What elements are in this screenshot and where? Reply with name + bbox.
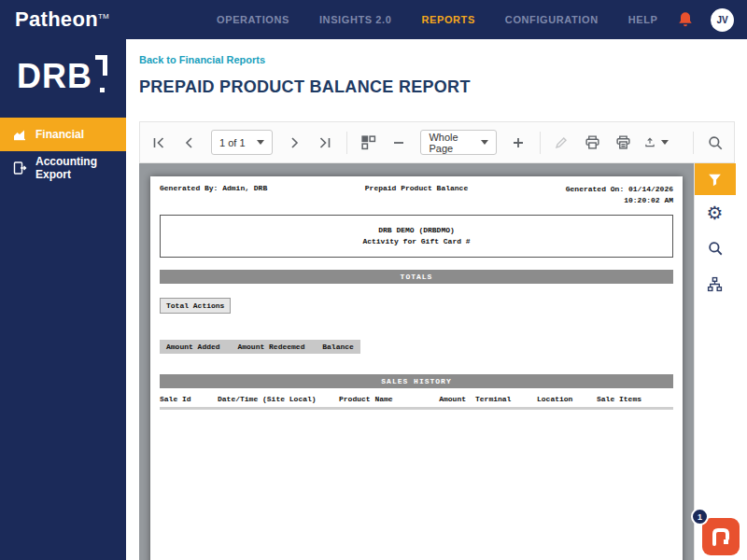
print-button[interactable] [583, 131, 601, 155]
top-nav: OPERATIONS INSIGHTS 2.0 REPORTS CONFIGUR… [217, 14, 657, 25]
drb-logo-text: DRB [17, 57, 92, 95]
zoom-out-button[interactable] [389, 131, 408, 155]
nav-configuration[interactable]: CONFIGURATION [505, 14, 599, 25]
main-content: Back to Financial Reports PREPAID PRODUC… [126, 39, 747, 560]
generated-on-date: Generated On: 01/14/2026 [566, 185, 673, 193]
drb-logo-bracket [95, 55, 107, 76]
last-page-button[interactable] [316, 131, 334, 155]
viewer-body: Generated By: Admin, DRB Prepaid Product… [139, 163, 735, 560]
toolbar-separator [540, 132, 541, 154]
activity-line: Activity for Gift Card # [161, 237, 672, 245]
nav-help[interactable]: HELP [628, 14, 658, 25]
chevron-down-icon [481, 140, 488, 145]
filter-icon [707, 172, 723, 188]
report-account-box: DRB DEMO (DRBDMO) Activity for Gift Card… [160, 215, 673, 258]
nav-operations[interactable]: OPERATIONS [217, 14, 289, 25]
col-amount-redeemed: Amount Redeemed [237, 343, 304, 351]
toolbar-separator [346, 132, 347, 154]
gear-icon: ⚙ [707, 203, 724, 222]
sales-column-headers: Sale Id Date/Time (Site Local) Product N… [160, 395, 673, 410]
nav-reports[interactable]: REPORTS [421, 14, 474, 25]
report-name: Prepaid Product Balance [331, 184, 501, 206]
sitemap-icon [707, 276, 723, 292]
zoom-in-button[interactable] [509, 131, 528, 155]
top-bar: PatheonTM OPERATIONS INSIGHTS 2.0 REPORT… [0, 0, 747, 39]
zoom-level-select[interactable]: Whole Page [420, 130, 496, 155]
export-button[interactable] [644, 131, 669, 155]
col-location: Location [537, 395, 597, 403]
export-doc-icon [12, 161, 27, 175]
sidebar-item-financial[interactable]: Financial [0, 118, 126, 151]
viewer-toolbar: 1 of 1 Whole Page [139, 121, 735, 163]
previous-page-button[interactable] [180, 131, 199, 155]
search-button[interactable] [706, 131, 725, 155]
trademark: TM [98, 12, 109, 21]
page-number-select[interactable]: 1 of 1 [211, 130, 273, 155]
nav-insights[interactable]: INSIGHTS 2.0 [319, 14, 392, 25]
patheon-logo: PatheonTM [0, 7, 109, 32]
col-terminal: Terminal [475, 395, 537, 403]
sales-history-section-header: SALES HISTORY [160, 374, 673, 388]
page-number-value: 1 of 1 [219, 137, 246, 148]
notification-bell-icon[interactable] [675, 9, 696, 30]
print-page-button[interactable] [613, 131, 632, 155]
drb-mark-icon [709, 525, 733, 549]
report-viewer: 1 of 1 Whole Page [139, 121, 735, 560]
report-page: Generated By: Admin, DRB Prepaid Product… [150, 176, 683, 560]
first-page-button[interactable] [149, 131, 168, 155]
totals-column-headers: Amount Added Amount Redeemed Balance [160, 340, 360, 354]
col-product-name: Product Name [339, 395, 414, 403]
filter-button[interactable] [695, 163, 736, 195]
toolbar-separator [693, 132, 694, 154]
sidebar-item-label: Financial [35, 128, 84, 141]
zoom-level-value: Whole Page [429, 132, 474, 154]
viewer-side-tools: ⚙ [694, 163, 735, 560]
drb-logo-dot [100, 88, 105, 92]
chat-notification-badge[interactable]: 1 [691, 508, 709, 525]
generated-on: Generated On: 01/14/2026 10:20:02 AM [502, 184, 673, 206]
search-icon [707, 240, 724, 257]
edit-button [552, 131, 571, 155]
col-sale-id: Sale Id [160, 395, 218, 403]
drb-chat-launcher[interactable] [702, 518, 740, 555]
chart-icon [12, 127, 27, 142]
drb-logo: DRB [17, 60, 92, 93]
report-header: Generated By: Admin, DRB Prepaid Product… [160, 184, 673, 206]
chevron-down-icon [661, 140, 669, 145]
multipage-view-button[interactable] [359, 131, 377, 155]
document-map-button[interactable] [695, 266, 736, 301]
report-canvas: Generated By: Admin, DRB Prepaid Product… [139, 163, 694, 560]
user-avatar[interactable]: JV [711, 8, 734, 32]
col-amount: Amount [414, 395, 475, 403]
chevron-down-icon [257, 140, 264, 145]
col-datetime: Date/Time (Site Local) [218, 395, 339, 403]
generated-by: Generated By: Admin, DRB [160, 184, 331, 206]
sidebar-item-label: Accounting Export [35, 155, 126, 181]
document-search-button[interactable] [695, 231, 736, 266]
totals-section-header: TOTALS [160, 270, 673, 284]
account-name: DRB DEMO (DRBDMO) [161, 226, 672, 234]
back-to-financial-reports-link[interactable]: Back to Financial Reports [139, 54, 265, 65]
top-right-group: JV [675, 8, 747, 32]
sidebar-item-accounting-export[interactable]: Accounting Export [0, 151, 126, 185]
total-actions-label: Total Actions [160, 298, 231, 314]
col-sale-items: Sale Items [597, 395, 664, 403]
col-amount-added: Amount Added [166, 343, 220, 351]
parameters-button[interactable]: ⚙ [695, 195, 736, 231]
col-balance: Balance [322, 343, 354, 351]
page-title: PREPAID PRODUCT BALANCE REPORT [139, 77, 747, 97]
generated-on-time: 10:20:02 AM [624, 196, 673, 204]
sidebar: DRB Financial Accounting Export [0, 39, 126, 560]
next-page-button[interactable] [285, 131, 303, 155]
